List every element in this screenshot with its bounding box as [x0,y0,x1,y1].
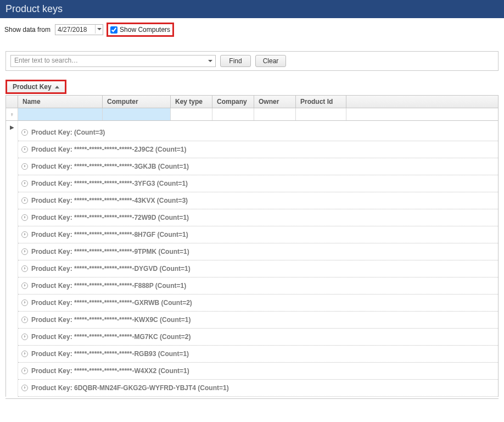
group-row[interactable]: Product Key: *****-*****-*****-*****-9TP… [6,243,498,260]
group-row-text: Product Key: *****-*****-*****-*****-DYG… [31,265,191,273]
filter-spacer [346,108,498,120]
row-indicator [6,329,18,346]
group-row[interactable]: Product Key: *****-*****-*****-*****-2J9… [6,141,498,158]
group-row-text: Product Key: *****-*****-*****-*****-RGB… [31,350,189,358]
group-row[interactable]: Product Key: *****-*****-*****-*****-GXR… [6,295,498,312]
expand-icon[interactable] [21,385,28,391]
group-row[interactable]: Product Key: *****-*****-*****-*****-F88… [6,277,498,295]
expand-icon[interactable] [21,282,28,289]
group-row-body: Product Key: *****-*****-*****-*****-72W… [18,209,498,226]
row-indicator [6,277,18,295]
group-row-body: Product Key: *****-*****-*****-*****-KWX… [18,312,498,329]
column-header-owner[interactable]: Owner [254,96,296,108]
group-chip-product-key[interactable]: Product Key [5,80,66,94]
group-row[interactable]: Product Key: *****-*****-*****-*****-43K… [6,192,498,209]
group-row-text: Product Key: *****-*****-*****-*****-W4X… [31,367,189,375]
group-row-text: Product Key: *****-*****-*****-*****-9TP… [31,248,189,256]
column-header-spacer [346,96,498,108]
group-by-panel: Product Key [5,80,499,94]
group-row-body: Product Key: *****-*****-*****-*****-DYG… [18,260,498,277]
expand-icon[interactable] [21,248,28,255]
group-row[interactable]: Product Key: *****-*****-*****-*****-8H7… [6,226,498,243]
expand-icon[interactable] [21,231,28,238]
expand-icon[interactable] [21,299,28,306]
group-row[interactable]: Product Key: *****-*****-*****-*****-DYG… [6,260,498,277]
date-dropdown-icon[interactable] [95,25,103,34]
group-row-body: Product Key: *****-*****-*****-*****-GXR… [18,295,498,312]
grid-rows: ▶Product Key: (Count=3)Product Key: ****… [5,121,499,397]
expand-icon[interactable] [21,265,28,272]
search-dropdown-icon[interactable] [206,57,214,65]
clear-button[interactable]: Clear [255,55,286,67]
expand-icon[interactable] [21,146,28,153]
show-data-from-label: Show data from [4,26,51,34]
search-input[interactable]: Enter text to search… [10,55,216,67]
expand-icon[interactable] [21,368,28,374]
column-header-name[interactable]: Name [18,96,103,108]
column-header-productid[interactable]: Product Id [296,96,346,108]
row-indicator [6,295,18,312]
expand-icon[interactable] [21,180,28,187]
group-row-text: Product Key: *****-*****-*****-*****-GXR… [31,299,192,307]
group-row[interactable]: Product Key: *****-*****-*****-*****-3YF… [6,175,498,192]
expand-icon[interactable] [21,214,28,221]
chevron-down-icon [97,28,102,30]
group-row-body: Product Key: 6DQBR-MN24F-GKG2G-WYFRD-YBJ… [18,380,498,397]
group-row[interactable]: Product Key: *****-*****-*****-*****-W4X… [6,363,498,380]
show-computers-highlight: Show Computers [107,23,174,37]
filter-row-indicator-icon: ♀ [6,108,18,120]
filter-productid-input[interactable] [296,108,346,120]
group-row[interactable]: Product Key: *****-*****-*****-*****-MG7… [6,329,498,346]
group-row-text: Product Key: *****-*****-*****-*****-F88… [31,282,186,290]
group-row-text: Product Key: *****-*****-*****-*****-MG7… [31,333,191,341]
group-row-body: Product Key: *****-*****-*****-*****-9TP… [18,243,498,260]
expand-icon[interactable] [21,163,28,170]
filter-owner-input[interactable] [254,108,295,120]
filter-computer-input[interactable] [103,108,170,120]
column-header-computer[interactable]: Computer [103,96,171,108]
group-chip-label: Product Key [13,83,52,91]
group-row[interactable]: Product Key: *****-*****-*****-*****-KWX… [6,312,498,329]
group-row[interactable]: Product Key: 6DQBR-MN24F-GKG2G-WYFRD-YBJ… [6,380,498,397]
sort-ascending-icon [55,86,59,88]
group-row[interactable]: Product Key: *****-*****-*****-*****-RGB… [6,346,498,363]
group-row-body: Product Key: *****-*****-*****-*****-F88… [18,277,498,295]
filter-keytype-input[interactable] [171,108,212,120]
search-bar: Enter text to search… Find Clear [5,51,499,71]
row-indicator [6,209,18,226]
group-row-body: Product Key: *****-*****-*****-*****-43K… [18,192,498,209]
row-indicator [6,346,18,363]
group-row-text: Product Key: *****-*****-*****-*****-8H7… [31,231,188,238]
group-row-text: Product Key: *****-*****-*****-*****-3GK… [31,163,189,170]
group-row-text: Product Key: *****-*****-*****-*****-2J9… [31,146,186,153]
expand-icon[interactable] [21,316,28,323]
group-row-text: Product Key: *****-*****-*****-*****-KWX… [31,316,191,324]
expand-icon[interactable] [21,334,28,340]
row-indicator [6,192,18,209]
group-row-text: Product Key: (Count=3) [31,129,105,136]
group-row-text: Product Key: 6DQBR-MN24F-GKG2G-WYFRD-YBJ… [31,384,229,392]
grid-header: Name Computer Key type Company Owner Pro… [5,95,499,121]
find-button[interactable]: Find [220,55,251,67]
filter-company-input[interactable] [212,108,254,120]
expand-icon[interactable] [21,197,28,204]
expand-icon[interactable] [21,129,28,136]
show-computers-checkbox[interactable] [110,26,117,34]
group-row-text: Product Key: *****-*****-*****-*****-72W… [31,214,189,221]
group-row-text: Product Key: *****-*****-*****-*****-3YF… [31,180,188,187]
search-placeholder: Enter text to search… [14,57,78,64]
row-indicator [6,260,18,277]
expand-icon[interactable] [21,351,28,357]
group-row[interactable]: Product Key: *****-*****-*****-*****-3GK… [6,158,498,175]
group-row[interactable]: Product Key: *****-*****-*****-*****-72W… [6,209,498,226]
column-header-company[interactable]: Company [212,96,254,108]
column-header-keytype[interactable]: Key type [171,96,212,108]
group-row-body: Product Key: *****-*****-*****-*****-MG7… [18,329,498,346]
row-indicator [6,141,18,158]
row-indicator [6,312,18,329]
group-row[interactable]: ▶Product Key: (Count=3) [6,121,498,141]
filter-name-input[interactable] [18,108,102,120]
filter-row: ♀ [6,108,498,121]
group-row-text: Product Key: *****-*****-*****-*****-43K… [31,197,188,204]
show-computers-label: Show Computers [120,26,170,34]
